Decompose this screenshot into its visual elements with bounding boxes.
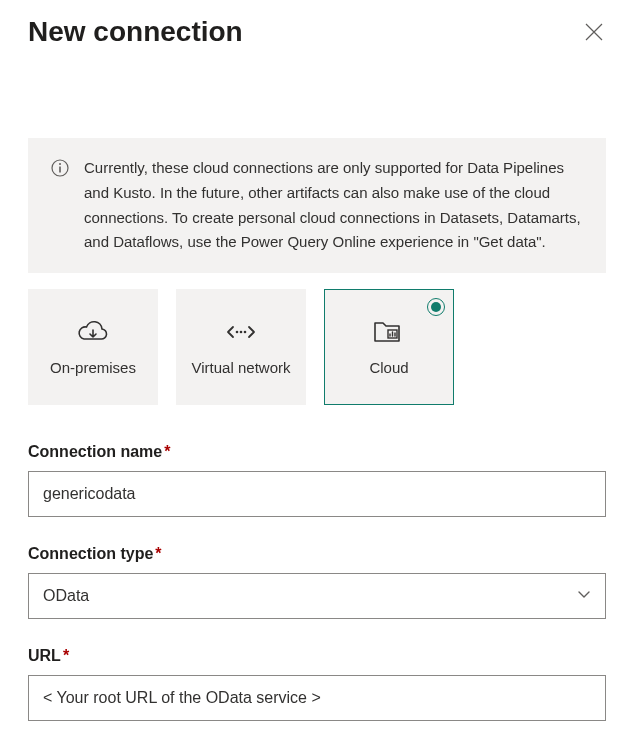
- required-asterisk: *: [164, 443, 170, 460]
- connection-name-input[interactable]: [28, 471, 606, 517]
- url-input[interactable]: [28, 675, 606, 721]
- svg-rect-2: [59, 167, 61, 173]
- connection-type-label: Connection type*: [28, 545, 606, 563]
- network-icon: [226, 316, 256, 348]
- connection-type-value: OData: [43, 587, 89, 605]
- tile-label: Virtual network: [186, 358, 297, 378]
- chevron-down-icon: [577, 587, 591, 605]
- tile-label: Cloud: [363, 358, 414, 378]
- tile-on-premises[interactable]: On-premises: [28, 289, 158, 405]
- tile-virtual-network[interactable]: Virtual network: [176, 289, 306, 405]
- connection-location-tiles: On-premises Virtual network Cloud: [28, 289, 606, 405]
- svg-point-5: [244, 331, 247, 334]
- connection-name-label: Connection name*: [28, 443, 606, 461]
- info-text: Currently, these cloud connections are o…: [84, 156, 584, 255]
- svg-point-1: [59, 163, 61, 165]
- info-icon: [50, 158, 70, 178]
- close-icon: [585, 23, 603, 41]
- tile-cloud[interactable]: Cloud: [324, 289, 454, 405]
- svg-point-4: [240, 331, 243, 334]
- cloud-download-icon: [76, 316, 110, 348]
- connection-type-select[interactable]: OData: [28, 573, 606, 619]
- required-asterisk: *: [63, 647, 69, 664]
- close-button[interactable]: [582, 20, 606, 44]
- page-title: New connection: [28, 16, 243, 48]
- tile-label: On-premises: [44, 358, 142, 378]
- url-label: URL*: [28, 647, 606, 665]
- selected-indicator-icon: [427, 298, 445, 316]
- required-asterisk: *: [155, 545, 161, 562]
- svg-point-3: [236, 331, 239, 334]
- info-banner: Currently, these cloud connections are o…: [28, 138, 606, 273]
- folder-chart-icon: [373, 316, 405, 348]
